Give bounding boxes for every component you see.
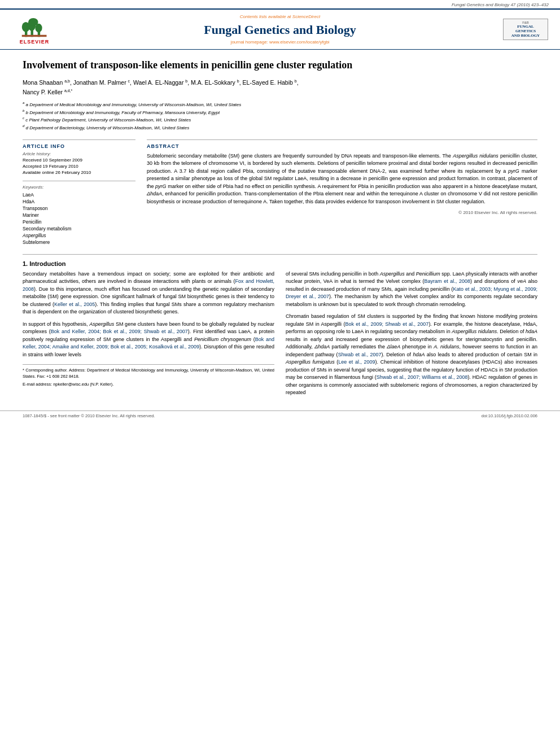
intro-para1: Secondary metabolites have a tremendous … — [23, 270, 274, 316]
keyword-hdaa: HdaA — [23, 199, 135, 204]
journal-reference: Fungal Genetics and Biology 47 (2010) 42… — [0, 0, 560, 8]
doi-text: doi:10.1016/j.fgb.2010.02.006 — [482, 413, 537, 418]
bottom-bar: 1087-1845/$ - see front matter © 2010 El… — [0, 410, 560, 421]
journal-center: Contents lists available at ScienceDirec… — [60, 14, 500, 45]
elsevier-logo: ELSEVIER — [9, 14, 60, 45]
sciencedirect-link: Contents lists available at ScienceDirec… — [60, 14, 500, 19]
section-divider — [23, 254, 537, 255]
fgb-logo-box: F&B FUNGAL GENETICS AND BIOLOGY — [503, 19, 548, 40]
journal-homepage: journal homepage: www.elsevier.com/locat… — [60, 40, 500, 45]
history-label: Article history: — [23, 151, 135, 156]
keywords-section: Keywords: LaeA HdaA Transposon Mariner P… — [23, 185, 135, 245]
intro-para2: In support of this hypothesis, Aspergill… — [23, 321, 274, 359]
footnote-email: E-mail address: npkeller@wisc.edu (N.P. … — [23, 381, 274, 387]
affiliations: a a Department of Medical Microbiology a… — [23, 101, 537, 132]
article-title: Involvement of transposon-like elements … — [23, 59, 537, 72]
svg-point-6 — [28, 18, 38, 26]
journal-header: ELSEVIER Contents lists available at Sci… — [0, 8, 560, 50]
article-info-abstract-section: ARTICLE INFO Article history: Received 1… — [23, 139, 537, 246]
article-info-heading: ARTICLE INFO — [23, 143, 135, 149]
journal-logo-right: F&B FUNGAL GENETICS AND BIOLOGY — [500, 19, 551, 40]
body-section: Secondary metabolites have a tremendous … — [23, 270, 537, 401]
keyword-secondary-metabolism: Secondary metabolism — [23, 226, 135, 231]
body-left-col: Secondary metabolites have a tremendous … — [23, 270, 274, 401]
authors: Mona Shaaban a,b, Jonathan M. Palmer c, … — [23, 77, 537, 97]
keyword-mariner: Mariner — [23, 212, 135, 218]
accepted-date: Accepted 19 February 2010 — [23, 164, 135, 169]
keyword-subtelomere: Subtelomere — [23, 239, 135, 245]
abstract-heading: ABSTRACT — [147, 143, 537, 149]
available-date: Available online 26 February 2010 — [23, 170, 135, 175]
article-history: Article history: Received 10 September 2… — [23, 151, 135, 181]
elsevier-tree-icon — [19, 14, 50, 38]
keyword-transposon: Transposon — [23, 206, 135, 211]
footnote-corresponding: * Corresponding author. Address: Departm… — [23, 367, 274, 380]
journal-title: Fungal Genetics and Biology — [60, 23, 500, 37]
received-date: Received 10 September 2009 — [23, 158, 135, 163]
keyword-laea: LaeA — [23, 192, 135, 198]
keywords-label: Keywords: — [23, 185, 135, 190]
body-right-col: of several SMs including penicillin in b… — [286, 270, 537, 401]
right-para1: of several SMs including penicillin in b… — [286, 270, 537, 309]
main-content: Involvement of transposon-like elements … — [0, 50, 560, 410]
right-para2: Chromatin based regulation of SM cluster… — [286, 313, 537, 397]
copyright-notice: © 2010 Elsevier Inc. All rights reserved… — [147, 210, 537, 215]
svg-rect-7 — [21, 35, 46, 37]
abstract-text: Subtelomeric secondary metabolite (SM) g… — [147, 152, 537, 206]
keyword-penicillin: Penicillin — [23, 219, 135, 225]
article-info-panel: ARTICLE INFO Article history: Received 1… — [23, 139, 135, 246]
issn-text: 1087-1845/$ - see front matter © 2010 El… — [23, 413, 155, 418]
footnote-area: * Corresponding author. Address: Departm… — [23, 364, 274, 387]
keyword-aspergillus: Aspergillus — [23, 233, 135, 238]
abstract-section: ABSTRACT Subtelomeric secondary metaboli… — [147, 139, 537, 246]
elsevier-label: ELSEVIER — [20, 39, 50, 45]
introduction-heading: 1. Introduction — [23, 260, 537, 267]
